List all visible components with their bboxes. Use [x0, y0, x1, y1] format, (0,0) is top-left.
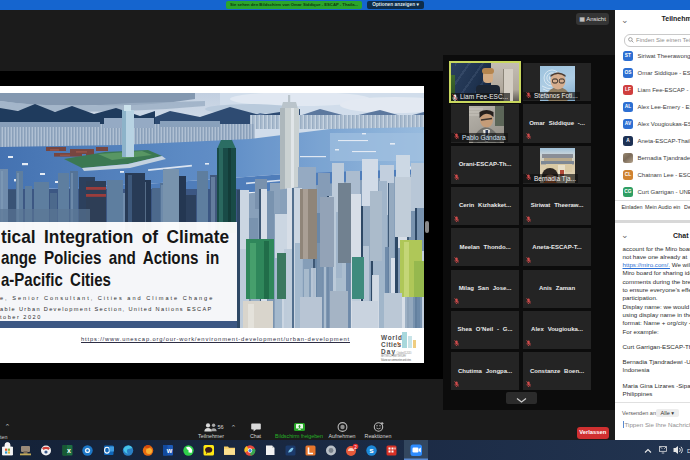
svg-text:2: 2	[354, 445, 357, 450]
svg-text:Cities: Cities	[381, 341, 401, 348]
svg-text:x: x	[67, 447, 71, 454]
svg-text:October 31, 2020: October 31, 2020	[397, 351, 412, 355]
svg-text:s: s	[369, 446, 374, 455]
svg-text:w: w	[166, 447, 173, 454]
svg-text:Valuing our communities and ci: Valuing our communities and cities	[381, 358, 411, 361]
svg-text:World: World	[381, 334, 402, 341]
